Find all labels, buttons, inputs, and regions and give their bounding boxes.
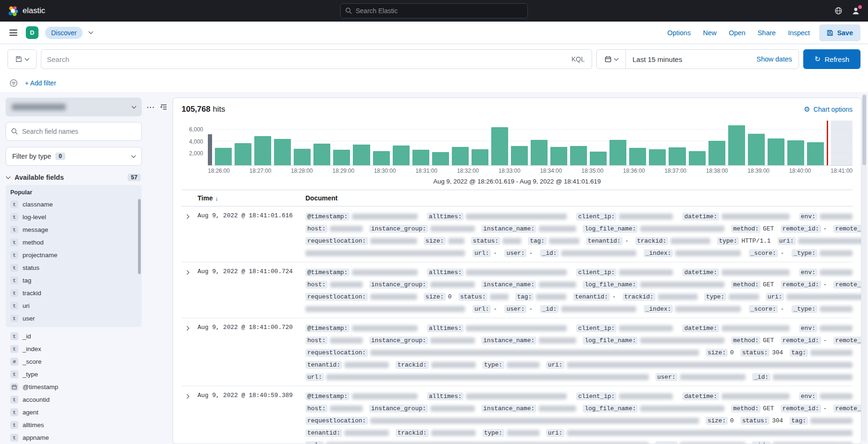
histogram-bar[interactable] xyxy=(373,151,390,165)
sort-descending-icon[interactable]: ↓ xyxy=(215,195,218,202)
kql-language-button[interactable]: KQL xyxy=(564,50,592,69)
histogram-bar[interactable] xyxy=(274,139,291,165)
nav-link-inspect[interactable]: Inspect xyxy=(788,29,810,37)
field-item-_score[interactable]: #_score xyxy=(6,355,142,368)
field-item-method[interactable]: tmethod xyxy=(6,236,142,249)
histogram-bar[interactable] xyxy=(531,140,548,165)
histogram-bar[interactable] xyxy=(728,125,745,165)
field-item-@timestamp[interactable]: @timestamp xyxy=(6,381,142,393)
field-item-_type[interactable]: t_type xyxy=(6,368,142,381)
histogram-bar[interactable] xyxy=(629,148,646,165)
field-item-trackid[interactable]: ttrackid xyxy=(6,287,142,299)
save-button[interactable]: Save xyxy=(819,24,860,41)
time-column-header[interactable]: Time ↓ xyxy=(198,194,305,202)
histogram-bar[interactable] xyxy=(432,152,449,165)
histogram-bar[interactable] xyxy=(313,144,330,165)
date-quick-select-button[interactable] xyxy=(597,50,626,69)
field-item-appname[interactable]: tappname xyxy=(6,431,142,444)
histogram-bar[interactable] xyxy=(511,146,528,165)
nav-link-new[interactable]: New xyxy=(703,29,716,37)
x-axis-tick-label: 18:38:00 xyxy=(706,168,728,174)
histogram-bar[interactable] xyxy=(689,151,706,165)
histogram-bar[interactable] xyxy=(748,134,765,165)
field-item-_id[interactable]: t_id xyxy=(6,330,142,343)
expand-row-button[interactable] xyxy=(182,322,192,334)
kql-search-box: KQL xyxy=(41,49,592,69)
breadcrumb-discover[interactable]: Discover xyxy=(45,27,83,39)
field-name: method xyxy=(23,239,44,246)
fields-scrollbar-thumb[interactable] xyxy=(138,199,141,274)
nav-link-options[interactable]: Options xyxy=(667,29,691,37)
expand-row-button[interactable] xyxy=(182,390,192,402)
redacted-value xyxy=(820,306,853,312)
available-fields-header[interactable]: Available fields 57 xyxy=(6,172,142,185)
expand-row-button[interactable] xyxy=(182,266,192,278)
doc-field-host: host: xyxy=(305,405,363,413)
field-item-user[interactable]: tuser xyxy=(6,312,142,325)
histogram-bar[interactable] xyxy=(570,146,587,165)
window-scrollbar[interactable] xyxy=(862,94,867,441)
histogram-bar[interactable] xyxy=(649,149,666,165)
global-search-input[interactable] xyxy=(356,7,523,15)
nav-link-open[interactable]: Open xyxy=(729,29,745,37)
histogram-bar[interactable] xyxy=(333,150,350,165)
field-item-log-level[interactable]: tlog-level xyxy=(6,211,142,223)
histogram-bar[interactable] xyxy=(254,136,271,165)
space-avatar[interactable]: D xyxy=(26,26,38,39)
field-item-accountid[interactable]: taccountid xyxy=(6,393,142,406)
histogram-bar[interactable] xyxy=(294,149,311,165)
histogram-bar[interactable] xyxy=(491,127,508,165)
field-item-uri[interactable]: turi xyxy=(6,299,142,312)
field-item-agent[interactable]: tagent xyxy=(6,406,142,419)
field-item-message[interactable]: tmessage xyxy=(6,223,142,236)
field-options-ellipsis-icon[interactable]: ⋯ xyxy=(145,102,155,112)
y-axis: 2,0004,0006,000 xyxy=(182,121,208,166)
histogram-bar[interactable] xyxy=(787,140,804,165)
window-scrollbar-thumb[interactable] xyxy=(862,95,866,165)
field-name: _type xyxy=(23,371,38,378)
histogram-bar[interactable] xyxy=(768,138,784,165)
expand-row-button[interactable] xyxy=(182,210,192,222)
field-name: agent xyxy=(23,409,38,416)
breadcrumb-chevron-down-icon[interactable] xyxy=(89,30,93,34)
collapse-sidebar-button[interactable] xyxy=(159,102,168,113)
refresh-button[interactable]: ↻ Refresh xyxy=(803,49,860,69)
histogram-bar[interactable] xyxy=(590,152,607,165)
saved-query-menu-button[interactable] xyxy=(8,49,37,69)
hamburger-menu-icon[interactable] xyxy=(8,28,19,38)
field-item-alltimes[interactable]: talltimes xyxy=(6,419,142,431)
query-input[interactable] xyxy=(47,55,564,63)
histogram-bar[interactable] xyxy=(669,147,685,165)
histogram-bar[interactable] xyxy=(412,150,429,165)
histogram-bar[interactable] xyxy=(708,141,725,165)
histogram-bar[interactable] xyxy=(550,147,567,165)
chart-options-button[interactable]: ⚙ Chart options xyxy=(804,105,853,114)
user-avatar[interactable] xyxy=(851,6,860,15)
histogram-bar[interactable] xyxy=(807,142,824,165)
elastic-home-link[interactable]: elastic xyxy=(8,6,45,16)
filter-by-type-button[interactable]: Filter by type 0 xyxy=(6,147,142,166)
histogram-bar[interactable] xyxy=(235,143,251,165)
globe-icon[interactable] xyxy=(834,7,843,15)
histogram-bar[interactable] xyxy=(452,147,469,165)
field-item-projectname[interactable]: tprojectname xyxy=(6,249,142,261)
add-filter-link[interactable]: + Add filter xyxy=(25,79,56,87)
data-view-selector[interactable] xyxy=(6,98,142,116)
time-range-value[interactable]: Last 15 minutes xyxy=(626,55,756,63)
nav-link-share[interactable]: Share xyxy=(758,29,776,37)
field-item-status[interactable]: tstatus xyxy=(6,261,142,274)
histogram-bar[interactable] xyxy=(609,140,626,165)
field-item-_index[interactable]: t_index xyxy=(6,343,142,355)
histogram-bar[interactable] xyxy=(215,148,232,165)
histogram-bar[interactable] xyxy=(472,149,488,165)
hits-count: 105,768 xyxy=(182,105,210,114)
histogram-bar[interactable] xyxy=(393,145,410,165)
show-dates-link[interactable]: Show dates xyxy=(756,55,799,63)
field-item-tag[interactable]: ttag xyxy=(6,274,142,287)
histogram-bar[interactable] xyxy=(353,145,370,165)
field-search-input[interactable] xyxy=(22,128,136,135)
filter-menu-icon[interactable] xyxy=(9,79,18,87)
redacted-value xyxy=(539,282,576,288)
field-item-classname[interactable]: tclassname xyxy=(6,198,142,211)
histogram-plot-area[interactable] xyxy=(208,121,853,166)
